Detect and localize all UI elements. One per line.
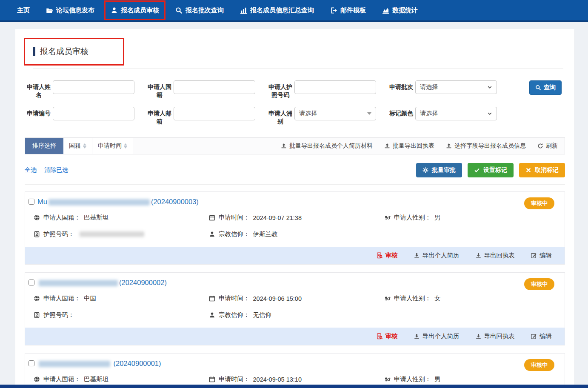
close-icon — [525, 167, 531, 173]
mark-color-select[interactable]: 请选择 — [415, 107, 497, 120]
field-value: 巴基斯坦 — [84, 375, 108, 383]
passport-number-input[interactable] — [294, 80, 376, 94]
record-title-link[interactable]: Mu(20240900003) — [37, 197, 199, 207]
sort-select-tab[interactable]: 排序选择 — [25, 138, 63, 154]
main-content-card: 报名成员审核 申请人姓名 申请人国籍 申请人护照号码 申请批次 请选择 查询 — [15, 29, 574, 388]
clear-selected-link[interactable]: 清除已选 — [44, 166, 68, 174]
sort-tab-label: 申请时间 — [98, 142, 122, 150]
record-details: 申请人国籍： 中国 申请时间： 2024-09-06 15:00 申请人性别： … — [25, 288, 565, 328]
action-label: 导出回执表 — [484, 251, 515, 260]
user-icon — [111, 7, 118, 14]
review-action[interactable]: 审核 — [377, 332, 398, 340]
continent-select[interactable]: 请选择 — [294, 107, 376, 120]
export-receipt-batch-link[interactable]: 批量导出回执表 — [384, 142, 434, 150]
edit-action[interactable]: 编辑 — [531, 332, 552, 340]
applicant-email-label: 申请人邮箱 — [146, 107, 174, 126]
record-reg-no: (20240900002) — [119, 279, 167, 286]
field-label: 申请人性别： — [394, 214, 431, 222]
applicant-name-input[interactable] — [53, 80, 134, 94]
edit-action[interactable]: 编辑 — [531, 251, 552, 260]
passport-number-label: 申请人护照号码 — [266, 80, 294, 99]
button-label: 批量审批 — [432, 166, 456, 174]
nav-item-summary-query[interactable]: 报名成员信息汇总查询 — [240, 6, 314, 14]
search-button[interactable]: 查询 — [529, 80, 562, 95]
apply-batch-select[interactable]: 请选择 — [415, 80, 497, 94]
apply-number-input[interactable] — [53, 107, 134, 120]
field-label: 申请人国籍： — [43, 294, 80, 302]
field-passport: 护照号码： — [34, 230, 209, 238]
field-label: 申请时间： — [219, 294, 250, 302]
field-label: 申请时间： — [219, 214, 250, 222]
field-gender: 申请人性别： 男 — [384, 214, 559, 222]
field-religion: 宗教信仰： 无信仰 — [209, 311, 384, 319]
calendar-icon — [209, 295, 215, 302]
genders-icon — [384, 214, 391, 221]
record-checkbox[interactable] — [29, 360, 34, 366]
field-label: 宗教信仰： — [219, 311, 250, 319]
sign-out-icon — [330, 7, 337, 14]
select-value: 请选择 — [299, 110, 317, 117]
passport-icon — [34, 312, 40, 318]
bottom-edge-bar — [0, 385, 588, 388]
button-label: 设置标记 — [483, 166, 507, 174]
divider — [33, 68, 563, 68]
refresh-icon — [537, 143, 543, 149]
export-resume-action[interactable]: 导出个人简历 — [414, 251, 460, 260]
field-label: 申请人国籍： — [43, 214, 80, 222]
field-label: 申请人国籍： — [43, 375, 80, 383]
record-title-link[interactable]: (20240900002) — [37, 277, 167, 288]
applicant-nationality-input[interactable] — [174, 80, 255, 94]
field-gender: 申请人性别： 男 — [384, 375, 559, 383]
select-value: 请选择 — [420, 83, 438, 91]
nav-item-statistics[interactable]: 数据统计 — [382, 6, 418, 14]
page-title-text: 报名成员审核 — [40, 46, 88, 57]
field-applicant-name: 申请人姓名 — [25, 80, 136, 99]
nav-item-forum-info[interactable]: 论坛信息发布 — [46, 6, 94, 14]
batch-approve-button[interactable]: 批量审批 — [416, 163, 462, 177]
field-label: 护照号码： — [43, 230, 74, 238]
field-value: 无信仰 — [253, 311, 272, 319]
person-icon — [209, 231, 215, 237]
record-checkbox[interactable] — [29, 280, 34, 285]
nav-item-batch-query[interactable]: 报名批次查询 — [175, 6, 224, 14]
record-title-link[interactable]: (20240900001) — [37, 358, 161, 368]
record-name-prefix: Mu — [37, 198, 47, 205]
status-badge: 审核中 — [524, 359, 554, 371]
select-all-link[interactable]: 全选 — [25, 166, 37, 174]
field-apply-time: 申请时间： 2024-09-06 15:00 — [209, 294, 384, 302]
field-apply-batch: 申请批次 请选择 — [387, 80, 499, 94]
page-title: 报名成员审核 — [33, 44, 88, 59]
redacted-name — [49, 199, 150, 205]
refresh-link[interactable]: 刷新 — [537, 142, 558, 150]
export-link-label: 批量导出报名成员个人简历材料 — [289, 142, 373, 150]
title-accent-bar — [33, 47, 35, 56]
record-checkbox[interactable] — [29, 199, 34, 205]
cancel-mark-button[interactable]: 取消标记 — [519, 163, 565, 177]
field-nationality: 申请人国籍： 巴基斯坦 — [34, 375, 209, 383]
export-receipt-action[interactable]: 导出回执表 — [475, 251, 515, 260]
person-icon — [209, 312, 215, 318]
nav-item-home[interactable]: 主页 — [17, 6, 30, 14]
folder-open-icon — [46, 7, 53, 14]
nav-item-member-review[interactable]: 报名成员审核 — [111, 6, 159, 14]
redacted-passport — [80, 231, 144, 237]
globe-icon — [34, 214, 40, 221]
field-value: 巴基斯坦 — [84, 214, 108, 222]
field-religion: 宗教信仰： 伊斯兰教 — [209, 230, 384, 238]
field-passport: 护照号码： — [34, 311, 209, 319]
search-form-row-2: 申请编号 申请人邮箱 申请人洲别 请选择 标记颜色 请选择 — [25, 107, 565, 126]
sort-tab-nationality[interactable]: 国籍 — [63, 138, 92, 154]
set-mark-button[interactable]: 设置标记 — [468, 163, 514, 177]
action-label: 编辑 — [539, 332, 552, 340]
export-fields-link[interactable]: 选择字段导出报名成员信息 — [446, 142, 526, 150]
apply-number-label: 申请编号 — [25, 107, 53, 120]
export-receipt-action[interactable]: 导出回执表 — [475, 332, 515, 340]
review-action[interactable]: 审核 — [377, 251, 398, 260]
export-link-label: 批量导出回执表 — [393, 142, 434, 150]
applicant-email-input[interactable] — [174, 107, 255, 120]
field-value: 2024-09-05 13:10 — [253, 376, 302, 383]
nav-item-email-template[interactable]: 邮件模板 — [330, 6, 366, 14]
export-resume-batch-link[interactable]: 批量导出报名成员个人简历材料 — [281, 142, 373, 150]
export-resume-action[interactable]: 导出个人简历 — [414, 332, 460, 340]
sort-tab-apply-time[interactable]: 申请时间 — [92, 138, 133, 154]
